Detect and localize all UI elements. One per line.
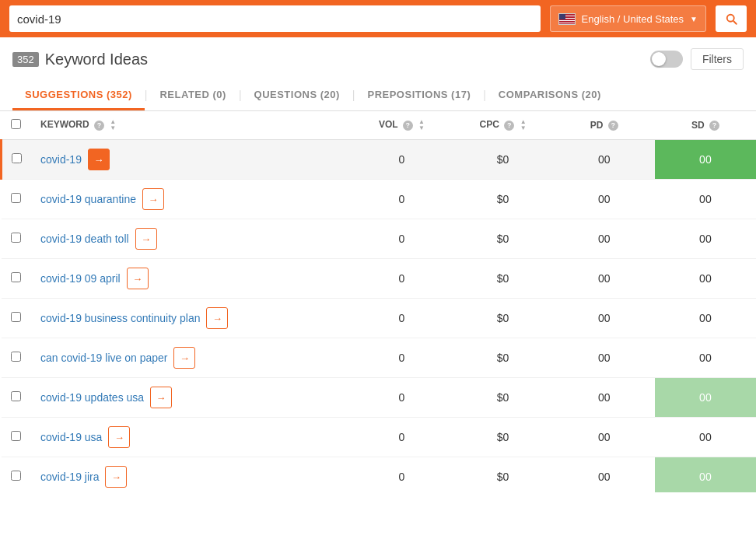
row-checkbox-cell xyxy=(2,418,32,457)
keyword-link[interactable]: covid-19 updates usa xyxy=(40,391,144,404)
keyword-cell: covid-19 business continuity plan→ xyxy=(31,299,351,338)
th-cpc: CPC ? ▲▼ xyxy=(453,111,554,140)
keyword-link[interactable]: can covid-19 live on paper xyxy=(40,352,167,364)
select-all-checkbox[interactable] xyxy=(11,119,21,129)
keyword-link[interactable]: covid-19 usa xyxy=(40,431,102,443)
keyword-arrow-button[interactable]: → xyxy=(173,347,195,369)
table-row: can covid-19 live on paper→0$00000 xyxy=(2,338,757,378)
keyword-cell: covid-19 death toll→ xyxy=(31,219,351,258)
keyword-link[interactable]: covid-19 business continuity plan xyxy=(40,312,200,324)
keyword-arrow-button[interactable]: → xyxy=(150,387,172,408)
keyword-link[interactable]: covid-19 quarantine xyxy=(40,193,136,205)
keyword-link[interactable]: covid-19 xyxy=(40,153,82,166)
row-checkbox-cell xyxy=(2,338,32,378)
pd-cell: 00 xyxy=(554,180,655,219)
pd-cell: 00 xyxy=(554,418,655,457)
keyword-link[interactable]: covid-19 09 april xyxy=(40,272,121,285)
row-checkbox[interactable] xyxy=(11,272,21,282)
row-checkbox[interactable] xyxy=(12,153,22,163)
row-checkbox-cell xyxy=(2,378,32,418)
keyword-arrow-button[interactable]: → xyxy=(108,426,130,448)
flag-icon xyxy=(558,13,576,25)
row-checkbox[interactable] xyxy=(11,233,21,243)
keyword-cell: covid-19 09 april→ xyxy=(31,259,351,298)
sd-cell: 00 xyxy=(655,259,756,299)
tab-questions[interactable]: QUESTIONS (20) xyxy=(242,81,352,110)
row-checkbox[interactable] xyxy=(11,193,21,203)
keyword-cell: can covid-19 live on paper→ xyxy=(31,338,351,377)
th-sd: SD ? xyxy=(655,111,756,140)
row-checkbox[interactable] xyxy=(11,391,21,401)
subheader: 352 Keyword Ideas Filters xyxy=(0,37,756,81)
tab-suggestions[interactable]: SUGGESTIONS (352) xyxy=(12,81,145,110)
pd-cell: 00 xyxy=(554,259,655,299)
row-checkbox-cell xyxy=(2,259,32,299)
toggle-switch[interactable] xyxy=(650,51,683,68)
keyword-arrow-button[interactable]: → xyxy=(105,466,127,488)
count-badge: 352 xyxy=(12,52,39,67)
cpc-cell: $0 xyxy=(453,418,554,457)
cpc-cell: $0 xyxy=(453,338,554,378)
vol-cell: 0 xyxy=(351,140,452,180)
keyword-cell: covid-19 jira→ xyxy=(31,457,351,492)
keyword-link[interactable]: covid-19 jira xyxy=(40,471,99,483)
language-label: English / United States xyxy=(582,13,684,25)
tab-comparisons[interactable]: COMPARISONS (20) xyxy=(486,81,614,110)
keyword-table: KEYWORD ? ▲▼ VOL ? ▲▼ CPC ? ▲▼ PD ? xyxy=(0,111,756,492)
cpc-cell: $0 xyxy=(453,180,554,219)
keyword-arrow-button[interactable]: → xyxy=(127,268,149,289)
keyword-cell: covid-19 updates usa→ xyxy=(31,378,351,417)
keyword-arrow-button[interactable]: → xyxy=(88,149,110,170)
keyword-arrow-button[interactable]: → xyxy=(135,228,157,250)
keyword-cell: covid-19→ xyxy=(31,140,351,179)
table-header-row: KEYWORD ? ▲▼ VOL ? ▲▼ CPC ? ▲▼ PD ? xyxy=(2,111,757,140)
filters-area: Filters xyxy=(650,48,744,70)
row-checkbox[interactable] xyxy=(11,352,21,362)
sd-cell: 00 xyxy=(655,219,756,259)
keyword-arrow-button[interactable]: → xyxy=(142,188,164,210)
sd-cell: 00 xyxy=(655,378,756,418)
sd-cell: 00 xyxy=(655,180,756,219)
tab-prepositions[interactable]: PREPOSITIONS (17) xyxy=(355,81,483,110)
pd-cell: 00 xyxy=(554,457,655,493)
cpc-cell: $0 xyxy=(453,457,554,493)
pd-info-icon: ? xyxy=(608,121,618,131)
search-button[interactable] xyxy=(716,5,747,32)
filters-button[interactable]: Filters xyxy=(691,48,744,70)
sd-cell: 00 xyxy=(655,140,756,180)
row-checkbox-cell xyxy=(2,299,32,338)
row-checkbox[interactable] xyxy=(11,312,21,322)
pd-cell: 00 xyxy=(554,378,655,418)
sd-cell: 00 xyxy=(655,338,756,378)
th-keyword-label: KEYWORD xyxy=(40,119,89,130)
table-row: covid-19 death toll→0$00000 xyxy=(2,219,757,259)
search-input[interactable] xyxy=(17,12,533,26)
keyword-sort-icon[interactable]: ▲▼ xyxy=(110,119,116,131)
tab-related[interactable]: RELATED (0) xyxy=(147,81,238,110)
sd-cell: 00 xyxy=(655,457,756,493)
vol-cell: 0 xyxy=(351,219,452,259)
th-cpc-label: CPC xyxy=(480,119,499,130)
cpc-info-icon: ? xyxy=(504,121,514,131)
keyword-arrow-button[interactable]: → xyxy=(206,307,228,329)
sd-cell: 00 xyxy=(655,299,756,338)
vol-cell: 0 xyxy=(351,378,452,418)
th-vol-label: VOL xyxy=(379,119,397,130)
vol-sort-icon[interactable]: ▲▼ xyxy=(418,119,425,131)
chevron-down-icon: ▼ xyxy=(690,15,698,23)
cpc-cell: $0 xyxy=(453,140,554,180)
table-row: covid-19 09 april→0$00000 xyxy=(2,259,757,299)
th-checkbox xyxy=(2,111,32,140)
row-checkbox-cell xyxy=(2,140,32,180)
language-selector[interactable]: English / United States ▼ xyxy=(550,5,706,32)
keyword-info-icon: ? xyxy=(94,121,104,131)
row-checkbox[interactable] xyxy=(11,431,21,441)
table-body: covid-19→0$00000covid-19 quarantine→0$00… xyxy=(2,140,757,493)
keyword-table-wrapper[interactable]: KEYWORD ? ▲▼ VOL ? ▲▼ CPC ? ▲▼ PD ? xyxy=(0,111,756,492)
pd-cell: 00 xyxy=(554,219,655,259)
table-row: covid-19 business continuity plan→0$0000… xyxy=(2,299,757,338)
keyword-link[interactable]: covid-19 death toll xyxy=(40,233,129,245)
row-checkbox[interactable] xyxy=(11,471,21,481)
th-pd: PD ? xyxy=(554,111,655,140)
cpc-sort-icon[interactable]: ▲▼ xyxy=(520,119,527,131)
